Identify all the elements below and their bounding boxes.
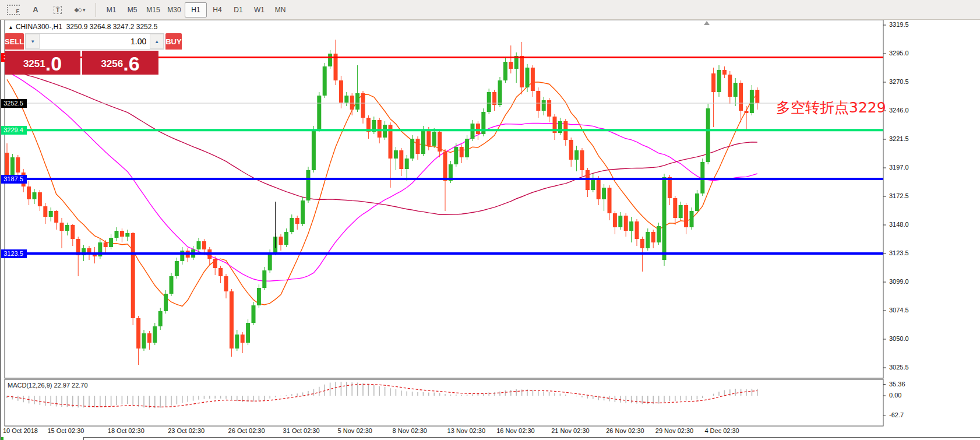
price-axis-tick: 3221.5 xyxy=(889,135,909,142)
buy-price-button[interactable]: 3256 .6 xyxy=(82,51,158,75)
symbol-period-label: CHINA300-,H1 xyxy=(16,23,62,31)
price-badge: 3229.4 xyxy=(0,126,27,135)
date-axis-label: 26 Oct 02:30 xyxy=(228,427,265,434)
timeframe-h4[interactable]: H4 xyxy=(207,3,228,17)
timeframe-w1[interactable]: W1 xyxy=(249,3,270,17)
lower-pane-edge xyxy=(83,437,980,440)
date-axis-label: 16 Nov 02:30 xyxy=(496,427,534,434)
trading-platform-window: F A T ◆◇ ▾ M1 M5 M15 M30 H1 H4 D1 W1 MN … xyxy=(0,0,980,440)
volume-input[interactable] xyxy=(40,34,150,49)
shapes-tool-button[interactable]: ◆◇ ▾ xyxy=(71,3,89,17)
macd-indicator-label: MACD(12,26,9) 22.97 22.70 xyxy=(8,382,88,389)
date-axis-label: 21 Nov 02:30 xyxy=(551,427,589,434)
price-badge: 3252.5 xyxy=(0,99,27,108)
indicator-grid-icon[interactable]: F xyxy=(5,3,22,17)
price-axis-tick: 3172.5 xyxy=(889,192,909,199)
price-axis-tick: 3270.5 xyxy=(889,78,909,85)
timeframe-mn[interactable]: MN xyxy=(270,3,291,17)
timeframe-m5[interactable]: M5 xyxy=(122,3,143,17)
price-axis-tick: 3123.5 xyxy=(889,249,909,256)
text-label-icon[interactable]: A xyxy=(27,3,44,17)
scroll-marker-icon xyxy=(704,21,710,25)
chart-annotation-text: 多空转折点3229 xyxy=(776,98,886,117)
bottom-tab-strip xyxy=(0,436,980,440)
date-axis-label: 10 Oct 2018 xyxy=(3,427,38,434)
timeframe-d1[interactable]: D1 xyxy=(228,3,249,17)
chart-title: ▲CHINA300-,H1 3250.9 3264.8 3247.2 3252.… xyxy=(8,23,157,31)
price-badge: 3187.5 xyxy=(0,175,27,184)
date-axis-label: 15 Oct 02:30 xyxy=(47,427,84,434)
timeframe-m30[interactable]: M30 xyxy=(164,3,185,17)
date-axis-label: 26 Nov 02:30 xyxy=(606,427,644,434)
grid-f-icon: F xyxy=(7,5,20,15)
date-axis-label: 18 Oct 02:30 xyxy=(108,427,144,434)
timeframe-h1[interactable]: H1 xyxy=(185,2,207,17)
letter-a-icon: A xyxy=(33,5,38,14)
price-axis-tick: 3099.0 xyxy=(889,278,909,285)
timeframe-m1[interactable]: M1 xyxy=(101,3,122,17)
toolbar-separator xyxy=(96,3,96,17)
date-axis-label: 13 Nov 02:30 xyxy=(447,427,485,434)
date-axis-label: 23 Oct 02:30 xyxy=(168,427,205,434)
price-axis-tick: 3148.0 xyxy=(889,221,909,228)
buy-price-fraction: .6 xyxy=(123,52,139,75)
macd-axis-tick: -62.7 xyxy=(889,411,904,418)
sell-price-button[interactable]: 3251 .0 xyxy=(5,51,80,75)
price-axis-tick: 3197.0 xyxy=(889,164,909,171)
price-axis-tick: 3025.5 xyxy=(889,364,909,371)
sell-price-fraction: .0 xyxy=(45,52,62,75)
date-axis-label: 31 Oct 02:30 xyxy=(283,427,320,434)
price-axis-tick: 3295.0 xyxy=(889,50,909,57)
date-axis-label: 8 Nov 02:30 xyxy=(393,427,427,434)
text-box-icon[interactable]: T xyxy=(49,3,66,17)
toolbar: F A T ◆◇ ▾ M1 M5 M15 M30 H1 H4 D1 W1 MN xyxy=(0,0,980,20)
timeframe-m15[interactable]: M15 xyxy=(143,3,164,17)
price-axis-tick: 3050.0 xyxy=(889,335,909,342)
buy-price-main: 3256 xyxy=(101,54,123,75)
date-axis-label: 29 Nov 02:30 xyxy=(655,427,693,434)
collapse-marker-icon: ▲ xyxy=(8,24,13,30)
date-axis-label: 5 Nov 02:30 xyxy=(338,427,372,434)
price-axis-tick: 3319.5 xyxy=(889,21,909,28)
price-axis-tick: 3246.0 xyxy=(889,107,909,114)
sell-price-main: 3251 xyxy=(23,54,45,75)
boxed-t-icon: T xyxy=(54,6,62,14)
volume-increase-button[interactable]: ▲ xyxy=(150,34,164,49)
macd-axis-tick: 0.00 xyxy=(889,392,901,399)
ohlc-values: 3250.9 3264.8 3247.2 3252.5 xyxy=(66,23,158,31)
price-axis-tick: 3074.5 xyxy=(889,307,909,314)
macd-axis-tick: 35.36 xyxy=(889,381,905,388)
shapes-icon: ◆◇ xyxy=(75,6,81,13)
volume-box: ▼ ▲ xyxy=(25,33,164,50)
one-click-trade-panel: SELL ▼ ▲ BUY 3251 .0 3256 .6 xyxy=(5,33,158,75)
buy-button[interactable]: BUY xyxy=(165,33,181,50)
date-axis-label: 4 Dec 02:30 xyxy=(704,427,739,434)
volume-decrease-button[interactable]: ▼ xyxy=(26,34,40,49)
sell-button[interactable]: SELL xyxy=(5,33,24,50)
price-badge: 3123.5 xyxy=(0,249,27,258)
window-frame-edge xyxy=(0,19,1,440)
chevron-down-icon: ▾ xyxy=(83,7,86,13)
